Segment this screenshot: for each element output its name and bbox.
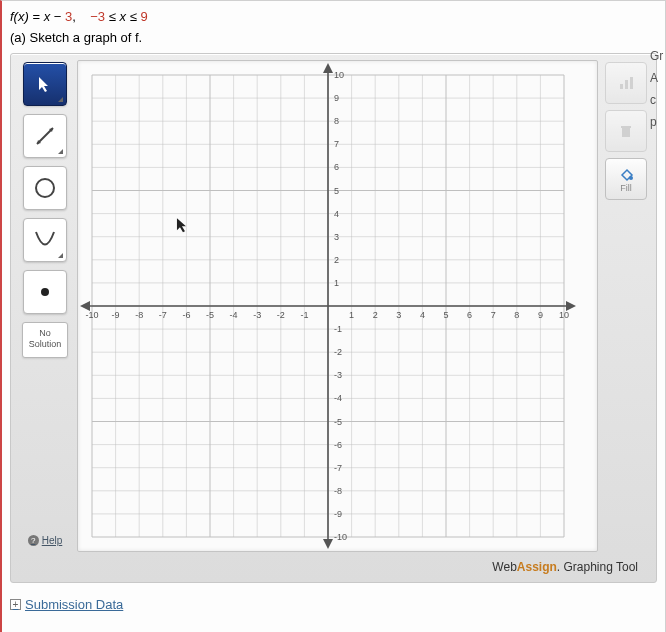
svg-text:-2: -2	[277, 310, 285, 320]
svg-text:-3: -3	[334, 370, 342, 380]
svg-rect-95	[630, 77, 633, 89]
svg-text:9: 9	[334, 93, 339, 103]
svg-text:10: 10	[334, 70, 344, 80]
svg-text:-4: -4	[230, 310, 238, 320]
svg-text:2: 2	[334, 255, 339, 265]
svg-text:-3: -3	[253, 310, 261, 320]
svg-text:4: 4	[420, 310, 425, 320]
parabola-icon	[32, 227, 58, 253]
parabola-tool-button[interactable]	[23, 218, 67, 262]
svg-text:-10: -10	[334, 532, 347, 542]
svg-point-3	[36, 179, 54, 197]
svg-text:-2: -2	[334, 347, 342, 357]
svg-text:3: 3	[334, 232, 339, 242]
svg-text:7: 7	[334, 139, 339, 149]
fill-icon	[618, 166, 634, 182]
svg-text:-7: -7	[334, 463, 342, 473]
svg-text:3: 3	[396, 310, 401, 320]
svg-text:4: 4	[334, 209, 339, 219]
expand-icon: +	[10, 599, 21, 610]
grid-svg: -10-9-8-7-6-5-4-3-2-112345678910-10-9-8-…	[78, 61, 578, 551]
svg-text:8: 8	[334, 116, 339, 126]
help-link[interactable]: ? Help	[28, 527, 63, 550]
svg-text:10: 10	[559, 310, 569, 320]
svg-text:6: 6	[467, 310, 472, 320]
svg-text:-9: -9	[334, 509, 342, 519]
fx: f(x)	[10, 9, 29, 24]
svg-text:-5: -5	[206, 310, 214, 320]
delete-button[interactable]	[605, 110, 647, 152]
trash-icon	[618, 123, 634, 139]
svg-text:1: 1	[349, 310, 354, 320]
right-toolbar: Fill	[602, 60, 650, 552]
pointer-tool-button[interactable]	[23, 62, 67, 106]
fill-button[interactable]: Fill	[605, 158, 647, 200]
equation: f(x) = x − 3, −3 ≤ x ≤ 9	[10, 9, 657, 24]
svg-text:-6: -6	[334, 440, 342, 450]
no-solution-button[interactable]: No Solution	[22, 322, 68, 358]
svg-text:-8: -8	[135, 310, 143, 320]
svg-text:-10: -10	[85, 310, 98, 320]
svg-marker-52	[323, 539, 333, 549]
svg-text:-4: -4	[334, 393, 342, 403]
line-icon	[33, 124, 57, 148]
svg-text:5: 5	[443, 310, 448, 320]
dot-icon	[38, 285, 52, 299]
svg-text:2: 2	[373, 310, 378, 320]
svg-text:7: 7	[491, 310, 496, 320]
prompt-text: (a) Sketch a graph of f.	[10, 30, 657, 45]
graph-icon	[618, 75, 634, 91]
svg-rect-93	[620, 84, 623, 89]
svg-text:8: 8	[514, 310, 519, 320]
pointer-icon	[36, 75, 54, 93]
graph-canvas[interactable]: -10-9-8-7-6-5-4-3-2-112345678910-10-9-8-…	[77, 60, 598, 552]
svg-text:-9: -9	[112, 310, 120, 320]
svg-text:-8: -8	[334, 486, 342, 496]
svg-text:-5: -5	[334, 417, 342, 427]
help-icon: ?	[28, 535, 39, 546]
point-tool-button[interactable]	[23, 270, 67, 314]
svg-text:-6: -6	[182, 310, 190, 320]
circle-icon	[32, 175, 58, 201]
svg-rect-94	[625, 80, 628, 89]
svg-marker-51	[323, 63, 333, 73]
brand-label: WebAssign. Graphing Tool	[17, 552, 650, 576]
svg-point-96	[629, 176, 633, 180]
svg-point-4	[41, 288, 49, 296]
svg-text:1: 1	[334, 278, 339, 288]
circle-tool-button[interactable]	[23, 166, 67, 210]
line-tool-button[interactable]	[23, 114, 67, 158]
submission-data-link[interactable]: + Submission Data	[10, 597, 123, 612]
svg-text:-7: -7	[159, 310, 167, 320]
graph-button[interactable]	[605, 62, 647, 104]
svg-text:-1: -1	[334, 324, 342, 334]
svg-text:5: 5	[334, 186, 339, 196]
svg-text:6: 6	[334, 162, 339, 172]
graphing-tool: No Solution ? Help -10-9-8-7-6-5-4-3-2-1…	[10, 53, 657, 583]
svg-text:-1: -1	[300, 310, 308, 320]
left-toolbar: No Solution ? Help	[17, 60, 73, 552]
svg-text:9: 9	[538, 310, 543, 320]
